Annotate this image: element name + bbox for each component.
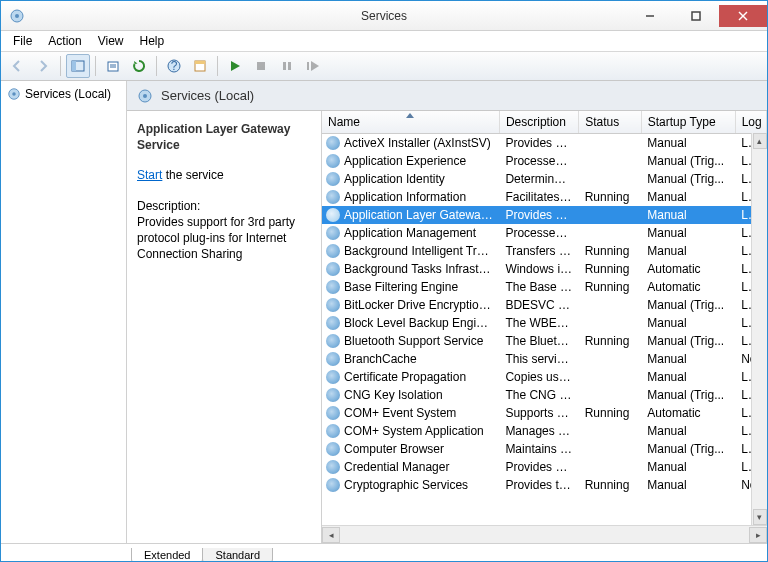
- cell-status: [579, 224, 642, 242]
- cell-name: Application Information: [322, 188, 499, 206]
- menu-help[interactable]: Help: [134, 32, 171, 50]
- cell-startup: Manual (Trig...: [641, 386, 735, 404]
- export-list-button[interactable]: [101, 54, 125, 78]
- selected-service-name: Application Layer Gateway Service: [137, 121, 313, 153]
- cell-status: [579, 422, 642, 440]
- service-row[interactable]: Application InformationFacilitates t...R…: [322, 188, 767, 206]
- service-row[interactable]: Credential ManagerProvides se...ManualLo…: [322, 458, 767, 476]
- cell-status: [579, 368, 642, 386]
- pause-service-button[interactable]: [275, 54, 299, 78]
- cell-startup: Manual: [641, 206, 735, 224]
- cell-name: Block Level Backup Engine ...: [322, 314, 499, 332]
- cell-name: Application Experience: [322, 152, 499, 170]
- service-row[interactable]: Block Level Backup Engine ...The WBENG..…: [322, 314, 767, 332]
- service-row[interactable]: Application Layer Gateway ...Provides su…: [322, 206, 767, 224]
- menu-file[interactable]: File: [7, 32, 38, 50]
- service-row[interactable]: Certificate PropagationCopies user ...Ma…: [322, 368, 767, 386]
- tab-extended[interactable]: Extended: [131, 548, 203, 562]
- cell-desc: Transfers fil...: [499, 242, 578, 260]
- service-row[interactable]: Bluetooth Support ServiceThe Bluetoo...R…: [322, 332, 767, 350]
- tab-standard[interactable]: Standard: [202, 548, 273, 562]
- cell-status: [579, 386, 642, 404]
- stop-service-button[interactable]: [249, 54, 273, 78]
- refresh-button[interactable]: [127, 54, 151, 78]
- restart-service-button[interactable]: [301, 54, 325, 78]
- scroll-left-icon[interactable]: ◂: [322, 527, 340, 543]
- service-row[interactable]: Application ManagementProcesses in...Man…: [322, 224, 767, 242]
- service-row[interactable]: COM+ Event SystemSupports Sy...RunningAu…: [322, 404, 767, 422]
- menu-view[interactable]: View: [92, 32, 130, 50]
- back-button[interactable]: [5, 54, 29, 78]
- cell-name: Base Filtering Engine: [322, 278, 499, 296]
- service-row[interactable]: Background Intelligent Trans...Transfers…: [322, 242, 767, 260]
- cell-name: BranchCache: [322, 350, 499, 368]
- toolbar-sep: [95, 56, 96, 76]
- close-button[interactable]: [719, 5, 767, 27]
- cell-desc: Determines ...: [499, 170, 578, 188]
- cell-status: Running: [579, 332, 642, 350]
- properties-button[interactable]: [188, 54, 212, 78]
- services-grid: NameDescriptionStatusStartup TypeLog Act…: [322, 111, 767, 525]
- cell-startup: Manual: [641, 314, 735, 332]
- menubar: File Action View Help: [1, 31, 767, 51]
- cell-desc: The WBENG...: [499, 314, 578, 332]
- service-row[interactable]: ActiveX Installer (AxInstSV)Provides Us.…: [322, 134, 767, 153]
- svg-text:?: ?: [171, 59, 178, 73]
- cell-startup: Manual: [641, 188, 735, 206]
- service-row[interactable]: Cryptographic ServicesProvides thr...Run…: [322, 476, 767, 494]
- cell-startup: Manual: [641, 350, 735, 368]
- maximize-button[interactable]: [673, 5, 719, 27]
- cell-status: [579, 440, 642, 458]
- vertical-scrollbar[interactable]: ▴ ▾: [751, 133, 767, 525]
- cell-startup: Automatic: [641, 278, 735, 296]
- scroll-up-icon[interactable]: ▴: [753, 133, 767, 149]
- cell-name: Application Identity: [322, 170, 499, 188]
- cell-startup: Manual (Trig...: [641, 170, 735, 188]
- cell-startup: Manual (Trig...: [641, 332, 735, 350]
- cell-status: [579, 206, 642, 224]
- forward-button[interactable]: [31, 54, 55, 78]
- service-row[interactable]: Application IdentityDetermines ...Manual…: [322, 170, 767, 188]
- horizontal-scrollbar[interactable]: ◂ ▸: [322, 525, 767, 543]
- window-title: Services: [361, 9, 407, 23]
- help-button[interactable]: ?: [162, 54, 186, 78]
- service-row[interactable]: Base Filtering EngineThe Base Fil...Runn…: [322, 278, 767, 296]
- scroll-track[interactable]: [340, 527, 749, 543]
- description-text: Provides support for 3rd party protocol …: [137, 215, 295, 261]
- column-header-name[interactable]: Name: [322, 111, 499, 134]
- menu-action[interactable]: Action: [42, 32, 87, 50]
- cell-desc: Supports Sy...: [499, 404, 578, 422]
- scroll-down-icon[interactable]: ▾: [753, 509, 767, 525]
- service-row[interactable]: BitLocker Drive Encryption ...BDESVC hos…: [322, 296, 767, 314]
- tree-node-services-local[interactable]: Services (Local): [3, 85, 124, 103]
- right-pane-header: Services (Local): [127, 81, 767, 111]
- service-row[interactable]: CNG Key IsolationThe CNG ke...Manual (Tr…: [322, 386, 767, 404]
- service-row[interactable]: Application ExperienceProcesses a...Manu…: [322, 152, 767, 170]
- service-row[interactable]: BranchCacheThis service ...ManualNet: [322, 350, 767, 368]
- cell-desc: The Bluetoo...: [499, 332, 578, 350]
- cell-desc: Processes in...: [499, 224, 578, 242]
- service-row[interactable]: Background Tasks Infrastru...Windows in.…: [322, 260, 767, 278]
- column-header-description[interactable]: Description: [499, 111, 578, 134]
- detail-pane: Application Layer Gateway Service Start …: [127, 111, 321, 543]
- column-header-log[interactable]: Log: [735, 111, 766, 134]
- start-link[interactable]: Start: [137, 168, 162, 182]
- service-row[interactable]: Computer BrowserMaintains a...Manual (Tr…: [322, 440, 767, 458]
- right-pane-title: Services (Local): [161, 88, 254, 103]
- column-header-startup-type[interactable]: Startup Type: [641, 111, 735, 134]
- cell-name: Bluetooth Support Service: [322, 332, 499, 350]
- service-row[interactable]: COM+ System ApplicationManages th...Manu…: [322, 422, 767, 440]
- scroll-right-icon[interactable]: ▸: [749, 527, 767, 543]
- svg-rect-3: [692, 12, 700, 20]
- column-header-status[interactable]: Status: [579, 111, 642, 134]
- cell-desc: The Base Fil...: [499, 278, 578, 296]
- minimize-button[interactable]: [627, 5, 673, 27]
- svg-line-4: [739, 12, 747, 20]
- svg-point-1: [15, 14, 19, 18]
- console-tree: Services (Local): [1, 81, 127, 543]
- start-service-button[interactable]: [223, 54, 247, 78]
- cell-name: Certificate Propagation: [322, 368, 499, 386]
- show-hide-console-tree-button[interactable]: [66, 54, 90, 78]
- cell-name: Cryptographic Services: [322, 476, 499, 494]
- cell-startup: Manual: [641, 134, 735, 153]
